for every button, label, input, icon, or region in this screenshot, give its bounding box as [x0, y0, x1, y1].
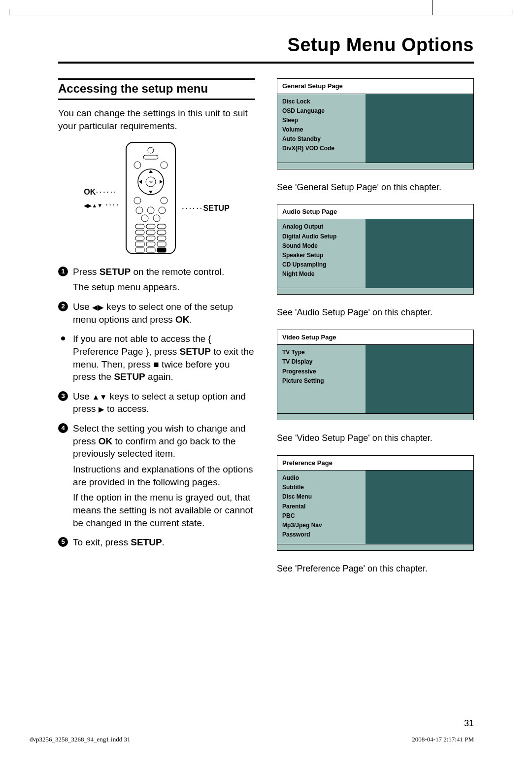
menu-item: DivX(R) VOD Code — [282, 144, 361, 153]
menu-body: TV Type TV Display Progressive Picture S… — [277, 345, 473, 414]
title-block: Setup Menu Options — [50, 34, 474, 56]
text-bold: OK — [175, 314, 190, 325]
menu-title: Audio Setup Page — [277, 204, 473, 220]
menu-box: Audio Setup Page Analog Output Digital A… — [277, 204, 474, 295]
menu-item: Subtitle — [282, 483, 361, 492]
up-arrow-icon — [92, 391, 100, 402]
menu-item: Night Mode — [282, 269, 361, 279]
setup-callout: ······SETUP — [182, 201, 230, 214]
step-badge: 2 — [58, 302, 68, 311]
remote-icon: OK — [124, 141, 178, 255]
menu-items: Disc Lock OSD Language Sleep Volume Auto… — [277, 94, 366, 163]
menu-detail-pane — [366, 94, 473, 163]
text: Press — [73, 267, 100, 277]
menu-title: Video Setup Page — [277, 330, 473, 345]
manual-page: Setup Menu Options Accessing the setup m… — [0, 0, 532, 772]
text: on the remote control. — [131, 267, 224, 277]
menu-detail-pane — [366, 470, 473, 544]
right-column: General Setup Page Disc Lock OSD Languag… — [277, 78, 474, 585]
step-3: 3 Use keys to select a setup option and … — [58, 390, 255, 415]
step-list-cont: 3 Use keys to select a setup option and … — [58, 390, 255, 549]
down-arrow-icon — [100, 391, 107, 402]
text: Use — [73, 391, 92, 402]
menu-box: Video Setup Page TV Type TV Display Prog… — [277, 330, 474, 421]
menu-caption: See 'Preference Page' on this chapter. — [277, 563, 474, 574]
menu-block-0: General Setup Page Disc Lock OSD Languag… — [277, 78, 474, 193]
menu-block-2: Video Setup Page TV Type TV Display Prog… — [277, 330, 474, 444]
stop-icon — [153, 359, 159, 369]
menu-footer-strip — [277, 288, 473, 294]
menu-item: Volume — [282, 125, 361, 134]
step-5: 5 To exit, press SETUP. — [58, 536, 255, 549]
menu-item: Mp3/Jpeg Nav — [282, 521, 361, 530]
step-badge: 5 — [58, 537, 68, 547]
menu-item: PBC — [282, 511, 361, 521]
menu-title: Preference Page — [277, 456, 473, 471]
step-2: 2 Use keys to select one of the setup me… — [58, 301, 255, 326]
svg-text:OK: OK — [148, 181, 153, 184]
dots-icon: ···· — [105, 199, 120, 209]
crop-mark-gutter — [432, 0, 433, 15]
text: again. — [145, 371, 173, 382]
right-arrow-icon — [98, 302, 104, 312]
menu-block-1: Audio Setup Page Analog Output Digital A… — [277, 204, 474, 319]
step-1: 1 Press SETUP on the remote control. The… — [58, 266, 255, 294]
menu-item: TV Display — [282, 357, 361, 367]
menu-caption: See 'Audio Setup Page' on this chapter. — [277, 306, 474, 318]
menu-title: General Setup Page — [277, 79, 473, 94]
menu-box: Preference Page Audio Subtitle Disc Menu… — [277, 455, 474, 551]
left-column: Accessing the setup menu You can change … — [58, 78, 255, 585]
step-badge: 1 — [58, 267, 68, 276]
footer-right: 2008-04-17 2:17:41 PM — [412, 736, 474, 743]
menu-item: Digital Audio Setup — [282, 232, 361, 241]
menu-footer-strip — [277, 414, 473, 420]
menu-item: Parental — [282, 502, 361, 511]
menu-detail-pane — [366, 345, 473, 413]
menu-item: Picture Setting — [282, 376, 361, 386]
menu-item: OSD Language — [282, 106, 361, 116]
menu-body: Disc Lock OSD Language Sleep Volume Auto… — [277, 94, 473, 163]
note-bullet: If you are not able to access the { Pref… — [58, 333, 255, 383]
setup-label: SETUP — [203, 204, 229, 212]
menu-item: Disc Menu — [282, 492, 361, 502]
menu-item: Sleep — [282, 116, 361, 125]
menu-item: Password — [282, 530, 361, 539]
right-arrow-icon — [99, 403, 104, 414]
text: To exit, press — [73, 537, 131, 547]
menu-caption: See 'General Setup Page' on this chapter… — [277, 181, 474, 193]
menu-item: TV Type — [282, 348, 361, 357]
dots-icon: ······ — [182, 202, 203, 213]
menu-items: TV Type TV Display Progressive Picture S… — [277, 345, 366, 413]
menu-items: Analog Output Digital Audio Setup Sound … — [277, 219, 366, 288]
menu-box: General Setup Page Disc Lock OSD Languag… — [277, 78, 474, 169]
menu-item: Progressive — [282, 367, 361, 376]
step-badge: 4 — [58, 423, 68, 433]
step-1-sub: The setup menu appears. — [73, 281, 255, 294]
menu-footer-strip — [277, 163, 473, 169]
dots-icon: ······ — [96, 186, 117, 197]
menu-footer-strip — [277, 544, 473, 550]
menu-item: Auto Standby — [282, 134, 361, 144]
menu-caption: See 'Video Setup Page' on this chapter. — [277, 432, 474, 444]
crop-mark-top — [9, 15, 512, 15]
footer-left: dvp3256_3258_3268_94_eng1.indd 31 — [30, 736, 130, 743]
menu-body: Audio Subtitle Disc Menu Parental PBC Mp… — [277, 470, 473, 544]
step-list: 1 Press SETUP on the remote control. The… — [58, 266, 255, 326]
text-bold: OK — [99, 436, 113, 446]
text: . — [162, 537, 165, 547]
intro-text: You can change the settings in this unit… — [58, 107, 255, 132]
text: Use — [73, 302, 92, 312]
menu-item: Disc Lock — [282, 97, 361, 106]
text: to access. — [104, 403, 149, 414]
step-badge: 3 — [58, 391, 68, 401]
menu-item: Speaker Setup — [282, 251, 361, 260]
menu-item: Sound Mode — [282, 241, 361, 251]
step-4: 4 Select the setting you wish to change … — [58, 422, 255, 529]
menu-body: Analog Output Digital Audio Setup Sound … — [277, 219, 473, 288]
menu-items: Audio Subtitle Disc Menu Parental PBC Mp… — [277, 470, 366, 544]
step-4-sub1: Instructions and explanations of the opt… — [73, 463, 255, 488]
menu-item: Audio — [282, 473, 361, 483]
text-bold: SETUP — [100, 267, 131, 277]
text-bold: SETUP — [180, 346, 211, 357]
columns: Accessing the setup menu You can change … — [0, 64, 532, 585]
